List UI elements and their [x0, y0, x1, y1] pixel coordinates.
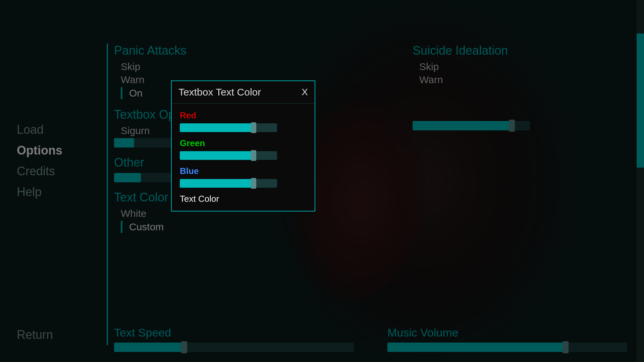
modal-body: Red Green Blue Text Color: [172, 104, 315, 211]
blue-label: Blue: [180, 166, 307, 176]
modal-close-button[interactable]: X: [302, 87, 308, 98]
blue-slider-fill: [180, 179, 253, 188]
blue-slider-track[interactable]: [180, 179, 277, 188]
textbox-color-modal: Textbox Text Color X Red Green Blue: [171, 80, 315, 212]
modal-header: Textbox Text Color X: [172, 81, 315, 104]
green-slider-fill: [180, 151, 253, 160]
green-slider-thumb[interactable]: [251, 150, 256, 161]
red-slider-track[interactable]: [180, 123, 277, 132]
modal-overlay[interactable]: Textbox Text Color X Red Green Blue: [0, 0, 644, 362]
red-label: Red: [180, 110, 307, 121]
green-label: Green: [180, 138, 307, 148]
red-slider-thumb[interactable]: [251, 122, 256, 133]
green-slider-track[interactable]: [180, 151, 277, 160]
blue-slider-thumb[interactable]: [251, 178, 256, 189]
modal-title: Textbox Text Color: [178, 86, 261, 98]
red-slider-fill: [180, 123, 253, 132]
color-preview-label: Text Color: [180, 194, 307, 204]
